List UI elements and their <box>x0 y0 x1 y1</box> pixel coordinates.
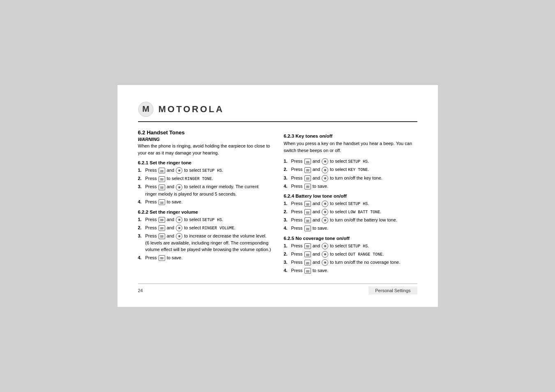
step-item: 3. Press and ◉ to select a ringer melody… <box>138 183 272 197</box>
steps-6-2-5: 1. Press and ◉ to select SETUP HS. 2. Pr… <box>284 242 417 274</box>
motorola-wordmark: MOTOROLA <box>159 104 224 115</box>
step-item: 2. Press and ◉ to select RINGER VOLUME. <box>138 224 272 231</box>
menu-icon <box>304 167 311 173</box>
step-item: 2. Press and ◉ to select OUT RANGE TONE. <box>284 251 417 258</box>
menu-icon <box>159 233 165 239</box>
menu-icon <box>304 201 311 207</box>
nav-icon: ◉ <box>176 217 182 223</box>
steps-6-2-3: 1. Press and ◉ to select SETUP HS. 2. Pr… <box>284 158 417 189</box>
step-item: 3. Press and ◉ to increase or decrease t… <box>138 233 272 253</box>
subsection-title-6-2-3: 6.2.3 Key tones on/off <box>284 134 417 138</box>
step-item: 1. Press and ◉ to select SETUP HS. <box>284 200 417 207</box>
step-item: 3. Press and ◉ to turn on/off the no cov… <box>284 259 417 266</box>
subsection-title-6-2-1: 6.2.1 Set the ringer tone <box>138 160 272 165</box>
menu-icon <box>304 251 311 257</box>
nav-icon: ◉ <box>322 217 328 224</box>
menu-icon <box>159 217 165 223</box>
footer: 24 Personal Settings <box>138 284 417 295</box>
nav-icon: ◉ <box>322 201 328 207</box>
step-item: 4. Press to save. <box>284 225 417 232</box>
menu-icon <box>159 184 165 190</box>
step-item: 4. Press to save. <box>284 183 417 190</box>
nav-icon: ◉ <box>176 233 182 240</box>
menu-icon <box>304 209 311 215</box>
step-item: 1. Press and ◉ to select SETUP HS. <box>138 167 272 174</box>
steps-6-2-1: 1. Press and ◉ to select SETUP HS. 2. Pr… <box>138 167 272 205</box>
menu-icon <box>304 243 311 249</box>
right-column: 6.2.3 Key tones on/off When you press a … <box>284 129 417 275</box>
menu-icon <box>304 260 311 265</box>
menu-icon <box>159 225 165 231</box>
page: M MOTOROLA 6.2 Handset Tones WARNING Whe… <box>117 85 438 307</box>
section-label: Personal Settings <box>368 286 417 295</box>
section-title-6-2: 6.2 Handset Tones <box>138 129 272 136</box>
page-number: 24 <box>138 288 143 293</box>
step-item: 1. Press and ◉ to select SETUP HS. <box>138 216 272 223</box>
menu-icon <box>304 175 311 181</box>
subsection-title-6-2-5: 6.2.5 No coverage tone on/off <box>284 236 417 241</box>
nav-icon: ◉ <box>322 158 328 165</box>
left-column: 6.2 Handset Tones WARNING When the phone… <box>138 129 272 275</box>
step-item: 2. Press to select RINGER TONE. <box>138 175 272 182</box>
menu-icon <box>159 199 165 205</box>
nav-icon: ◉ <box>176 225 182 231</box>
content-area: 6.2 Handset Tones WARNING When the phone… <box>138 129 417 275</box>
nav-icon: ◉ <box>176 184 182 191</box>
menu-icon <box>159 176 165 182</box>
warning-text: When the phone is ringing, avoid holding… <box>138 143 272 156</box>
nav-icon: ◉ <box>322 175 328 182</box>
subsection-title-6-2-4: 6.2.4 Battery low tone on/off <box>284 194 417 198</box>
nav-icon: ◉ <box>176 167 182 174</box>
step-item: 4. Press to save. <box>138 198 272 205</box>
svg-text:M: M <box>142 104 149 113</box>
menu-icon <box>304 159 311 164</box>
warning-label: WARNING <box>138 137 272 142</box>
menu-icon <box>304 226 311 231</box>
step-item: 3. Press and ◉ to turn on/off the key to… <box>284 175 417 182</box>
step-item: 4. Press to save. <box>138 254 272 261</box>
nav-icon: ◉ <box>322 259 328 266</box>
menu-icon <box>304 268 311 274</box>
step-item: 2. Press and ◉ to select KEY TONE. <box>284 166 417 173</box>
step-item: 4. Press to save. <box>284 267 417 274</box>
steps-6-2-2: 1. Press and ◉ to select SETUP HS. 2. Pr… <box>138 216 272 261</box>
subsection-title-6-2-2: 6.2.2 Set the ringer volume <box>138 210 272 214</box>
logo-area: M MOTOROLA <box>138 101 417 122</box>
nav-icon: ◉ <box>322 251 328 258</box>
nav-icon: ◉ <box>322 167 328 173</box>
step-item: 1. Press and ◉ to select SETUP HS. <box>284 242 417 249</box>
menu-icon <box>159 168 165 173</box>
menu-icon <box>304 184 311 189</box>
menu-icon <box>304 217 311 223</box>
steps-6-2-4: 1. Press and ◉ to select SETUP HS. 2. Pr… <box>284 200 417 232</box>
step-item: 1. Press and ◉ to select SETUP HS. <box>284 158 417 165</box>
motorola-logo-icon: M <box>138 101 154 117</box>
step-item: 3. Press and ◉ to turn on/off the batter… <box>284 217 417 224</box>
nav-icon: ◉ <box>322 209 328 215</box>
menu-icon <box>159 255 165 261</box>
intro-6-2-3: When you press a key on the handset you … <box>284 140 417 154</box>
step-item: 2. Press and ◉ to select LOW BATT TONE. <box>284 208 417 215</box>
nav-icon: ◉ <box>322 243 328 249</box>
